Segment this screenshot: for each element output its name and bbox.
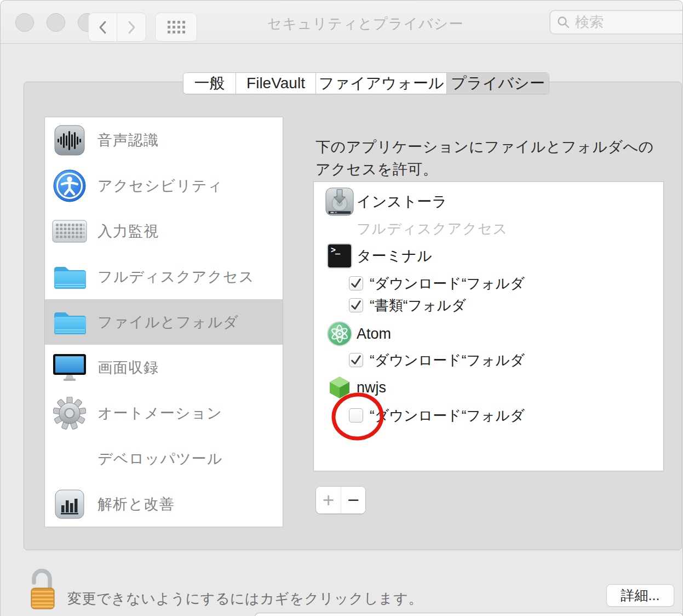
tab-general[interactable]: 一般 — [183, 73, 236, 94]
blue-folder-icon — [53, 264, 87, 289]
sidebar-item-label: 解析と改善 — [97, 494, 175, 514]
app-status-note: フルディスクアクセス — [357, 220, 508, 237]
sidebar-item-label: ファイルとフォルダ — [97, 312, 239, 332]
permission-label: “ダウンロード“フォルダ — [370, 406, 525, 425]
permission-row: “書類“フォルダ — [314, 297, 466, 313]
checkbox-terminal-documents[interactable] — [349, 298, 363, 312]
speech-recognition-icon — [54, 125, 85, 156]
add-remove-control: + − — [316, 487, 365, 514]
terminal-icon: >_ — [327, 243, 352, 269]
keyboard-icon — [52, 220, 87, 243]
sidebar-item-speech-recognition[interactable]: 音声認識 — [45, 117, 283, 163]
permission-row: “ダウンロード“フォルダ — [314, 407, 525, 424]
search-input[interactable] — [574, 13, 678, 31]
sidebar-item-developer-tools[interactable]: デベロッパツール — [45, 436, 283, 481]
lock-hint-text: 変更できないようにするにはカギをクリックします。 — [67, 589, 423, 608]
sidebar-item-label: 音声認識 — [97, 130, 159, 150]
installer-icon — [325, 187, 354, 216]
unlocked-padlock-icon — [25, 567, 61, 611]
sidebar-item-label: オートメーション — [97, 403, 222, 423]
security-privacy-window: セキュリティとプライバシー 一般 FileVault ファイアウォール プライバ… — [0, 0, 683, 616]
permission-row: “ダウンロード“フォルダ — [314, 352, 525, 368]
sidebar-item-full-disk-access[interactable]: フルディスクアクセス — [45, 254, 283, 299]
privacy-description: 下のアプリケーションにファイルとフォルダへのアクセスを許可。 — [315, 136, 662, 181]
sidebar-item-automation[interactable]: オートメーション — [45, 390, 283, 436]
permission-label: “ダウンロード“フォルダ — [370, 274, 525, 293]
app-name: Atom — [357, 326, 391, 343]
checkbox-terminal-downloads[interactable] — [349, 276, 363, 290]
app-row-atom: Atom — [314, 320, 391, 348]
remove-app-button[interactable]: − — [341, 487, 365, 514]
tab-bar: 一般 FileVault ファイアウォール プライバシー — [183, 72, 549, 94]
search-icon — [557, 16, 570, 28]
check-icon — [349, 298, 363, 312]
display-icon — [53, 353, 87, 382]
permission-label: “ダウンロード“フォルダ — [370, 351, 525, 370]
details-button[interactable]: 詳細... — [607, 585, 674, 606]
lock-button[interactable] — [25, 567, 63, 613]
app-name: nwjs — [357, 379, 386, 396]
privacy-category-list: 音声認識 アクセシビリティ 入力監視 — [44, 117, 283, 527]
background-window-edge — [255, 613, 683, 616]
app-name: ターミナル — [357, 246, 432, 266]
close-button[interactable] — [15, 13, 34, 32]
sidebar-item-label: 入力監視 — [97, 221, 159, 241]
check-icon — [349, 276, 363, 290]
atom-icon — [326, 321, 353, 347]
sidebar-item-label: フルディスクアクセス — [97, 267, 254, 287]
accessibility-icon — [53, 169, 87, 203]
sidebar-item-analytics[interactable]: 解析と改善 — [45, 481, 283, 527]
sidebar-item-files-and-folders[interactable]: ファイルとフォルダ — [45, 299, 283, 345]
nwjs-icon — [326, 374, 353, 401]
add-app-button[interactable]: + — [316, 487, 341, 514]
tab-privacy[interactable]: プライバシー — [447, 73, 549, 94]
sidebar-item-screen-recording[interactable]: 画面収録 — [45, 345, 283, 390]
app-row-nwjs: nwjs — [314, 373, 386, 402]
sidebar-item-accessibility[interactable]: アクセシビリティ — [45, 163, 283, 208]
app-name: インストーラ — [357, 192, 447, 212]
tab-firewall[interactable]: ファイアウォール — [316, 73, 447, 94]
checkbox-atom-downloads[interactable] — [349, 353, 363, 367]
blue-folder-icon — [53, 309, 87, 335]
gear-icon — [53, 397, 86, 430]
tab-filevault[interactable]: FileVault — [236, 73, 316, 94]
app-row-installer: インストーラ — [314, 187, 447, 216]
permission-row: “ダウンロード“フォルダ — [314, 275, 525, 292]
search-field[interactable] — [549, 10, 683, 35]
bar-chart-icon — [55, 489, 84, 519]
sidebar-item-label: 画面収録 — [97, 358, 159, 378]
sidebar-item-input-monitoring[interactable]: 入力監視 — [45, 208, 283, 254]
app-row-terminal: >_ ターミナル — [314, 242, 432, 270]
checkbox-nwjs-downloads[interactable] — [349, 408, 363, 423]
title-bar: セキュリティとプライバシー — [1, 1, 682, 44]
sidebar-item-label: アクセシビリティ — [97, 176, 223, 196]
check-icon — [349, 353, 363, 367]
sidebar-item-label: デベロッパツール — [97, 449, 222, 469]
permission-label: “書類“フォルダ — [370, 296, 466, 315]
app-permission-list: インストーラ フルディスクアクセス >_ ターミナル “ダウンロード“フォルダ … — [313, 181, 664, 471]
